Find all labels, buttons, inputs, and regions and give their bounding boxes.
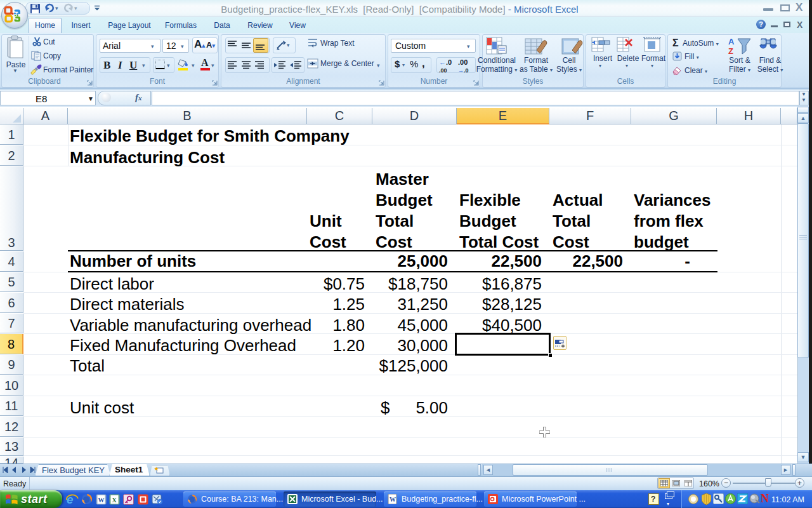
svg-text:X: X [112, 497, 117, 504]
svg-text:W: W [390, 496, 396, 503]
svg-text:W: W [98, 497, 105, 504]
